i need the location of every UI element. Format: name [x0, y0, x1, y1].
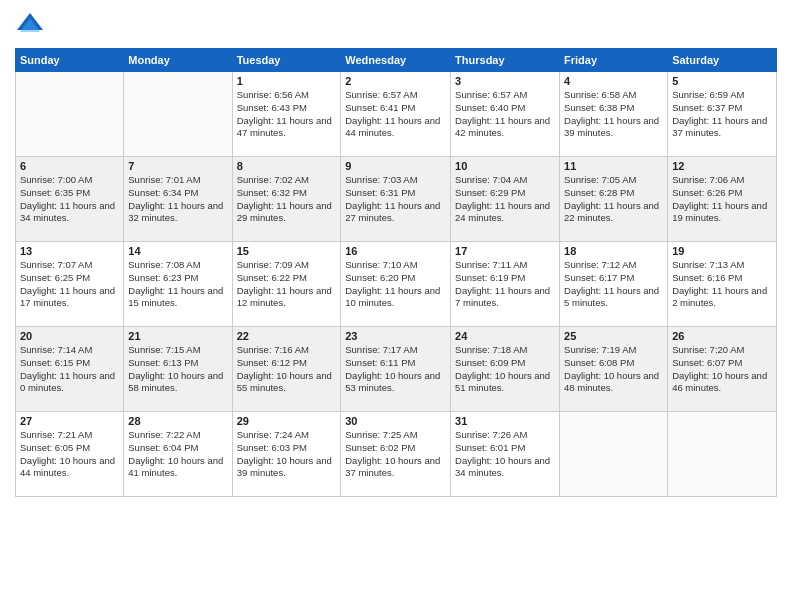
- calendar-cell: 23Sunrise: 7:17 AM Sunset: 6:11 PM Dayli…: [341, 327, 451, 412]
- day-info: Sunrise: 6:58 AM Sunset: 6:38 PM Dayligh…: [564, 89, 663, 140]
- calendar-cell: 9Sunrise: 7:03 AM Sunset: 6:31 PM Daylig…: [341, 157, 451, 242]
- day-number: 6: [20, 160, 119, 172]
- day-info: Sunrise: 7:20 AM Sunset: 6:07 PM Dayligh…: [672, 344, 772, 395]
- day-info: Sunrise: 7:11 AM Sunset: 6:19 PM Dayligh…: [455, 259, 555, 310]
- weekday-header: Sunday: [16, 49, 124, 72]
- calendar-cell: 5Sunrise: 6:59 AM Sunset: 6:37 PM Daylig…: [668, 72, 777, 157]
- page: SundayMondayTuesdayWednesdayThursdayFrid…: [0, 0, 792, 612]
- calendar-cell: 4Sunrise: 6:58 AM Sunset: 6:38 PM Daylig…: [560, 72, 668, 157]
- day-number: 28: [128, 415, 227, 427]
- day-info: Sunrise: 7:19 AM Sunset: 6:08 PM Dayligh…: [564, 344, 663, 395]
- calendar-cell: 12Sunrise: 7:06 AM Sunset: 6:26 PM Dayli…: [668, 157, 777, 242]
- day-info: Sunrise: 7:14 AM Sunset: 6:15 PM Dayligh…: [20, 344, 119, 395]
- day-number: 1: [237, 75, 337, 87]
- calendar-cell: 30Sunrise: 7:25 AM Sunset: 6:02 PM Dayli…: [341, 412, 451, 497]
- calendar-week-row: 27Sunrise: 7:21 AM Sunset: 6:05 PM Dayli…: [16, 412, 777, 497]
- day-info: Sunrise: 7:25 AM Sunset: 6:02 PM Dayligh…: [345, 429, 446, 480]
- day-number: 14: [128, 245, 227, 257]
- calendar-cell: 24Sunrise: 7:18 AM Sunset: 6:09 PM Dayli…: [451, 327, 560, 412]
- day-info: Sunrise: 7:16 AM Sunset: 6:12 PM Dayligh…: [237, 344, 337, 395]
- calendar-cell: 8Sunrise: 7:02 AM Sunset: 6:32 PM Daylig…: [232, 157, 341, 242]
- calendar-cell: 10Sunrise: 7:04 AM Sunset: 6:29 PM Dayli…: [451, 157, 560, 242]
- day-info: Sunrise: 7:00 AM Sunset: 6:35 PM Dayligh…: [20, 174, 119, 225]
- day-number: 15: [237, 245, 337, 257]
- calendar-week-row: 1Sunrise: 6:56 AM Sunset: 6:43 PM Daylig…: [16, 72, 777, 157]
- calendar-cell: [668, 412, 777, 497]
- day-info: Sunrise: 7:22 AM Sunset: 6:04 PM Dayligh…: [128, 429, 227, 480]
- calendar-cell: 21Sunrise: 7:15 AM Sunset: 6:13 PM Dayli…: [124, 327, 232, 412]
- day-number: 3: [455, 75, 555, 87]
- day-number: 16: [345, 245, 446, 257]
- day-number: 2: [345, 75, 446, 87]
- calendar-cell: 6Sunrise: 7:00 AM Sunset: 6:35 PM Daylig…: [16, 157, 124, 242]
- calendar-header-row: SundayMondayTuesdayWednesdayThursdayFrid…: [16, 49, 777, 72]
- calendar-week-row: 13Sunrise: 7:07 AM Sunset: 6:25 PM Dayli…: [16, 242, 777, 327]
- day-info: Sunrise: 7:02 AM Sunset: 6:32 PM Dayligh…: [237, 174, 337, 225]
- day-number: 27: [20, 415, 119, 427]
- day-number: 4: [564, 75, 663, 87]
- day-number: 25: [564, 330, 663, 342]
- day-number: 23: [345, 330, 446, 342]
- day-number: 22: [237, 330, 337, 342]
- calendar-cell: 27Sunrise: 7:21 AM Sunset: 6:05 PM Dayli…: [16, 412, 124, 497]
- calendar-cell: 1Sunrise: 6:56 AM Sunset: 6:43 PM Daylig…: [232, 72, 341, 157]
- weekday-header: Saturday: [668, 49, 777, 72]
- day-number: 13: [20, 245, 119, 257]
- day-number: 10: [455, 160, 555, 172]
- calendar-cell: 29Sunrise: 7:24 AM Sunset: 6:03 PM Dayli…: [232, 412, 341, 497]
- day-number: 5: [672, 75, 772, 87]
- calendar-cell: 7Sunrise: 7:01 AM Sunset: 6:34 PM Daylig…: [124, 157, 232, 242]
- calendar-week-row: 20Sunrise: 7:14 AM Sunset: 6:15 PM Dayli…: [16, 327, 777, 412]
- calendar-cell: 19Sunrise: 7:13 AM Sunset: 6:16 PM Dayli…: [668, 242, 777, 327]
- calendar-cell: 16Sunrise: 7:10 AM Sunset: 6:20 PM Dayli…: [341, 242, 451, 327]
- calendar-cell: 11Sunrise: 7:05 AM Sunset: 6:28 PM Dayli…: [560, 157, 668, 242]
- logo: [15, 10, 49, 40]
- weekday-header: Tuesday: [232, 49, 341, 72]
- calendar-cell: [560, 412, 668, 497]
- day-info: Sunrise: 6:57 AM Sunset: 6:41 PM Dayligh…: [345, 89, 446, 140]
- day-number: 24: [455, 330, 555, 342]
- calendar-cell: 20Sunrise: 7:14 AM Sunset: 6:15 PM Dayli…: [16, 327, 124, 412]
- calendar-cell: 25Sunrise: 7:19 AM Sunset: 6:08 PM Dayli…: [560, 327, 668, 412]
- calendar-cell: [16, 72, 124, 157]
- day-number: 18: [564, 245, 663, 257]
- day-info: Sunrise: 7:05 AM Sunset: 6:28 PM Dayligh…: [564, 174, 663, 225]
- day-number: 30: [345, 415, 446, 427]
- calendar-cell: 28Sunrise: 7:22 AM Sunset: 6:04 PM Dayli…: [124, 412, 232, 497]
- calendar-cell: 2Sunrise: 6:57 AM Sunset: 6:41 PM Daylig…: [341, 72, 451, 157]
- logo-icon: [15, 10, 45, 40]
- calendar-cell: 3Sunrise: 6:57 AM Sunset: 6:40 PM Daylig…: [451, 72, 560, 157]
- day-info: Sunrise: 6:57 AM Sunset: 6:40 PM Dayligh…: [455, 89, 555, 140]
- day-info: Sunrise: 7:13 AM Sunset: 6:16 PM Dayligh…: [672, 259, 772, 310]
- calendar-cell: 15Sunrise: 7:09 AM Sunset: 6:22 PM Dayli…: [232, 242, 341, 327]
- day-info: Sunrise: 7:07 AM Sunset: 6:25 PM Dayligh…: [20, 259, 119, 310]
- calendar-week-row: 6Sunrise: 7:00 AM Sunset: 6:35 PM Daylig…: [16, 157, 777, 242]
- calendar-cell: 26Sunrise: 7:20 AM Sunset: 6:07 PM Dayli…: [668, 327, 777, 412]
- day-info: Sunrise: 7:21 AM Sunset: 6:05 PM Dayligh…: [20, 429, 119, 480]
- day-info: Sunrise: 7:15 AM Sunset: 6:13 PM Dayligh…: [128, 344, 227, 395]
- weekday-header: Monday: [124, 49, 232, 72]
- day-info: Sunrise: 6:56 AM Sunset: 6:43 PM Dayligh…: [237, 89, 337, 140]
- day-info: Sunrise: 7:08 AM Sunset: 6:23 PM Dayligh…: [128, 259, 227, 310]
- header: [15, 10, 777, 40]
- day-info: Sunrise: 7:10 AM Sunset: 6:20 PM Dayligh…: [345, 259, 446, 310]
- day-info: Sunrise: 7:01 AM Sunset: 6:34 PM Dayligh…: [128, 174, 227, 225]
- calendar-table: SundayMondayTuesdayWednesdayThursdayFrid…: [15, 48, 777, 497]
- day-number: 11: [564, 160, 663, 172]
- day-info: Sunrise: 7:18 AM Sunset: 6:09 PM Dayligh…: [455, 344, 555, 395]
- day-number: 29: [237, 415, 337, 427]
- day-info: Sunrise: 7:06 AM Sunset: 6:26 PM Dayligh…: [672, 174, 772, 225]
- day-number: 7: [128, 160, 227, 172]
- weekday-header: Thursday: [451, 49, 560, 72]
- calendar-cell: 14Sunrise: 7:08 AM Sunset: 6:23 PM Dayli…: [124, 242, 232, 327]
- day-number: 19: [672, 245, 772, 257]
- day-number: 17: [455, 245, 555, 257]
- weekday-header: Friday: [560, 49, 668, 72]
- day-number: 12: [672, 160, 772, 172]
- day-info: Sunrise: 7:09 AM Sunset: 6:22 PM Dayligh…: [237, 259, 337, 310]
- day-number: 26: [672, 330, 772, 342]
- day-number: 21: [128, 330, 227, 342]
- day-info: Sunrise: 7:26 AM Sunset: 6:01 PM Dayligh…: [455, 429, 555, 480]
- calendar-cell: 22Sunrise: 7:16 AM Sunset: 6:12 PM Dayli…: [232, 327, 341, 412]
- day-info: Sunrise: 7:17 AM Sunset: 6:11 PM Dayligh…: [345, 344, 446, 395]
